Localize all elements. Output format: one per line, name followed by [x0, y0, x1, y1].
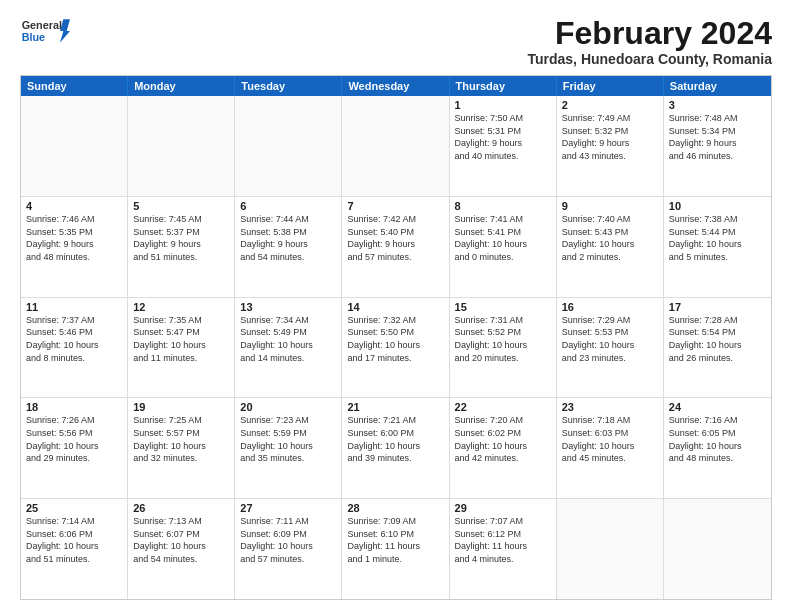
day-number: 28 [347, 502, 443, 514]
day-info: Sunrise: 7:14 AM Sunset: 6:06 PM Dayligh… [26, 515, 122, 565]
calendar-cell: 12Sunrise: 7:35 AM Sunset: 5:47 PM Dayli… [128, 298, 235, 398]
calendar-cell: 26Sunrise: 7:13 AM Sunset: 6:07 PM Dayli… [128, 499, 235, 599]
day-info: Sunrise: 7:31 AM Sunset: 5:52 PM Dayligh… [455, 314, 551, 364]
day-info: Sunrise: 7:29 AM Sunset: 5:53 PM Dayligh… [562, 314, 658, 364]
day-info: Sunrise: 7:45 AM Sunset: 5:37 PM Dayligh… [133, 213, 229, 263]
day-info: Sunrise: 7:38 AM Sunset: 5:44 PM Dayligh… [669, 213, 766, 263]
day-info: Sunrise: 7:48 AM Sunset: 5:34 PM Dayligh… [669, 112, 766, 162]
day-info: Sunrise: 7:26 AM Sunset: 5:56 PM Dayligh… [26, 414, 122, 464]
day-number: 18 [26, 401, 122, 413]
day-info: Sunrise: 7:49 AM Sunset: 5:32 PM Dayligh… [562, 112, 658, 162]
day-number: 12 [133, 301, 229, 313]
day-number: 7 [347, 200, 443, 212]
calendar-cell: 15Sunrise: 7:31 AM Sunset: 5:52 PM Dayli… [450, 298, 557, 398]
day-number: 13 [240, 301, 336, 313]
day-number: 11 [26, 301, 122, 313]
subtitle: Turdas, Hunedoara County, Romania [527, 51, 772, 67]
calendar-row: 18Sunrise: 7:26 AM Sunset: 5:56 PM Dayli… [21, 397, 771, 498]
day-info: Sunrise: 7:20 AM Sunset: 6:02 PM Dayligh… [455, 414, 551, 464]
day-info: Sunrise: 7:09 AM Sunset: 6:10 PM Dayligh… [347, 515, 443, 565]
day-info: Sunrise: 7:11 AM Sunset: 6:09 PM Dayligh… [240, 515, 336, 565]
calendar-cell [235, 96, 342, 196]
day-info: Sunrise: 7:16 AM Sunset: 6:05 PM Dayligh… [669, 414, 766, 464]
day-number: 27 [240, 502, 336, 514]
day-info: Sunrise: 7:50 AM Sunset: 5:31 PM Dayligh… [455, 112, 551, 162]
calendar-cell: 7Sunrise: 7:42 AM Sunset: 5:40 PM Daylig… [342, 197, 449, 297]
calendar-cell: 6Sunrise: 7:44 AM Sunset: 5:38 PM Daylig… [235, 197, 342, 297]
calendar-cell [557, 499, 664, 599]
calendar-cell [664, 499, 771, 599]
calendar-cell: 14Sunrise: 7:32 AM Sunset: 5:50 PM Dayli… [342, 298, 449, 398]
day-info: Sunrise: 7:13 AM Sunset: 6:07 PM Dayligh… [133, 515, 229, 565]
day-number: 29 [455, 502, 551, 514]
day-number: 8 [455, 200, 551, 212]
day-number: 17 [669, 301, 766, 313]
calendar-cell: 3Sunrise: 7:48 AM Sunset: 5:34 PM Daylig… [664, 96, 771, 196]
calendar-cell: 2Sunrise: 7:49 AM Sunset: 5:32 PM Daylig… [557, 96, 664, 196]
calendar-cell [21, 96, 128, 196]
calendar-cell: 19Sunrise: 7:25 AM Sunset: 5:57 PM Dayli… [128, 398, 235, 498]
day-info: Sunrise: 7:07 AM Sunset: 6:12 PM Dayligh… [455, 515, 551, 565]
day-info: Sunrise: 7:41 AM Sunset: 5:41 PM Dayligh… [455, 213, 551, 263]
day-number: 24 [669, 401, 766, 413]
calendar-day-header: Saturday [664, 76, 771, 96]
calendar-day-header: Tuesday [235, 76, 342, 96]
day-info: Sunrise: 7:34 AM Sunset: 5:49 PM Dayligh… [240, 314, 336, 364]
day-number: 23 [562, 401, 658, 413]
calendar-cell: 28Sunrise: 7:09 AM Sunset: 6:10 PM Dayli… [342, 499, 449, 599]
calendar: SundayMondayTuesdayWednesdayThursdayFrid… [20, 75, 772, 600]
calendar-row: 4Sunrise: 7:46 AM Sunset: 5:35 PM Daylig… [21, 196, 771, 297]
calendar-cell: 16Sunrise: 7:29 AM Sunset: 5:53 PM Dayli… [557, 298, 664, 398]
calendar-day-header: Wednesday [342, 76, 449, 96]
day-number: 10 [669, 200, 766, 212]
calendar-cell: 13Sunrise: 7:34 AM Sunset: 5:49 PM Dayli… [235, 298, 342, 398]
calendar-cell: 11Sunrise: 7:37 AM Sunset: 5:46 PM Dayli… [21, 298, 128, 398]
calendar-day-header: Monday [128, 76, 235, 96]
calendar-cell: 9Sunrise: 7:40 AM Sunset: 5:43 PM Daylig… [557, 197, 664, 297]
calendar-cell: 21Sunrise: 7:21 AM Sunset: 6:00 PM Dayli… [342, 398, 449, 498]
calendar-day-header: Friday [557, 76, 664, 96]
calendar-row: 1Sunrise: 7:50 AM Sunset: 5:31 PM Daylig… [21, 96, 771, 196]
day-info: Sunrise: 7:28 AM Sunset: 5:54 PM Dayligh… [669, 314, 766, 364]
calendar-row: 25Sunrise: 7:14 AM Sunset: 6:06 PM Dayli… [21, 498, 771, 599]
logo-icon: General Blue [20, 16, 70, 46]
day-info: Sunrise: 7:35 AM Sunset: 5:47 PM Dayligh… [133, 314, 229, 364]
day-number: 6 [240, 200, 336, 212]
calendar-cell: 17Sunrise: 7:28 AM Sunset: 5:54 PM Dayli… [664, 298, 771, 398]
day-info: Sunrise: 7:46 AM Sunset: 5:35 PM Dayligh… [26, 213, 122, 263]
day-number: 14 [347, 301, 443, 313]
main-title: February 2024 [527, 16, 772, 51]
day-number: 20 [240, 401, 336, 413]
day-info: Sunrise: 7:21 AM Sunset: 6:00 PM Dayligh… [347, 414, 443, 464]
calendar-cell: 29Sunrise: 7:07 AM Sunset: 6:12 PM Dayli… [450, 499, 557, 599]
logo: General Blue [20, 16, 70, 46]
calendar-cell: 10Sunrise: 7:38 AM Sunset: 5:44 PM Dayli… [664, 197, 771, 297]
title-block: February 2024 Turdas, Hunedoara County, … [527, 16, 772, 67]
day-info: Sunrise: 7:37 AM Sunset: 5:46 PM Dayligh… [26, 314, 122, 364]
day-info: Sunrise: 7:25 AM Sunset: 5:57 PM Dayligh… [133, 414, 229, 464]
calendar-cell: 25Sunrise: 7:14 AM Sunset: 6:06 PM Dayli… [21, 499, 128, 599]
svg-text:Blue: Blue [22, 31, 45, 43]
day-number: 9 [562, 200, 658, 212]
calendar-cell: 22Sunrise: 7:20 AM Sunset: 6:02 PM Dayli… [450, 398, 557, 498]
day-info: Sunrise: 7:32 AM Sunset: 5:50 PM Dayligh… [347, 314, 443, 364]
day-info: Sunrise: 7:44 AM Sunset: 5:38 PM Dayligh… [240, 213, 336, 263]
day-info: Sunrise: 7:23 AM Sunset: 5:59 PM Dayligh… [240, 414, 336, 464]
day-number: 21 [347, 401, 443, 413]
day-number: 25 [26, 502, 122, 514]
calendar-cell: 18Sunrise: 7:26 AM Sunset: 5:56 PM Dayli… [21, 398, 128, 498]
day-number: 26 [133, 502, 229, 514]
calendar-day-header: Thursday [450, 76, 557, 96]
calendar-header: SundayMondayTuesdayWednesdayThursdayFrid… [21, 76, 771, 96]
calendar-cell: 8Sunrise: 7:41 AM Sunset: 5:41 PM Daylig… [450, 197, 557, 297]
day-number: 1 [455, 99, 551, 111]
calendar-row: 11Sunrise: 7:37 AM Sunset: 5:46 PM Dayli… [21, 297, 771, 398]
day-number: 3 [669, 99, 766, 111]
calendar-cell: 24Sunrise: 7:16 AM Sunset: 6:05 PM Dayli… [664, 398, 771, 498]
calendar-body: 1Sunrise: 7:50 AM Sunset: 5:31 PM Daylig… [21, 96, 771, 599]
day-number: 2 [562, 99, 658, 111]
day-info: Sunrise: 7:18 AM Sunset: 6:03 PM Dayligh… [562, 414, 658, 464]
day-number: 4 [26, 200, 122, 212]
day-number: 5 [133, 200, 229, 212]
day-info: Sunrise: 7:42 AM Sunset: 5:40 PM Dayligh… [347, 213, 443, 263]
